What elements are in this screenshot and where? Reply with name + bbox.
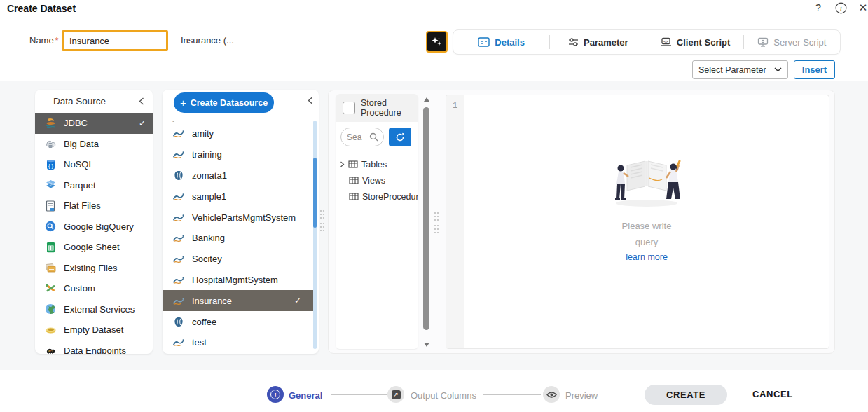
create-button[interactable]: CREATE bbox=[645, 385, 727, 405]
tree-item-tables[interactable]: Tables bbox=[340, 156, 418, 172]
learn-more-link[interactable]: learn more bbox=[626, 252, 668, 262]
name-field-label: Name* bbox=[29, 35, 58, 46]
datasource-item-amity[interactable]: amity bbox=[163, 123, 314, 144]
stored-procedure-checkbox[interactable] bbox=[343, 102, 355, 114]
scroll-down-icon[interactable] bbox=[424, 343, 429, 347]
editor-empty-state: Please write query learn more bbox=[464, 150, 829, 262]
insert-button[interactable]: Insert bbox=[794, 60, 835, 79]
panel-resize-handle[interactable] bbox=[319, 209, 326, 233]
tab-server-script-label: Server Script bbox=[773, 37, 826, 48]
mysql-icon bbox=[172, 149, 184, 160]
tab-parameter[interactable]: Parameter bbox=[550, 30, 646, 54]
chevron-down-icon bbox=[774, 67, 782, 72]
close-icon[interactable]: ✕ bbox=[856, 1, 868, 14]
step-preview-circle[interactable] bbox=[543, 386, 560, 403]
sidebar-item-external-services[interactable]: External Services bbox=[35, 299, 153, 320]
datasource-item-banking[interactable]: Banking bbox=[163, 228, 314, 249]
export-arrow-icon: ↗ bbox=[392, 390, 401, 399]
sidebar-item-label: Empty Dataset bbox=[64, 324, 123, 335]
sidebar-item-google-sheet[interactable]: Google Sheet bbox=[35, 237, 153, 258]
datasource-item-training[interactable]: training bbox=[163, 144, 314, 165]
tree-scrollbar[interactable] bbox=[422, 96, 431, 348]
step-preview-label: Preview bbox=[565, 390, 598, 401]
datasource-item-socitey[interactable]: Socitey bbox=[163, 249, 314, 270]
info-icon[interactable]: i bbox=[834, 2, 848, 16]
chevron-left-icon[interactable] bbox=[139, 97, 144, 105]
dataset-name-input[interactable] bbox=[62, 30, 168, 51]
tree-item-label: Views bbox=[362, 176, 385, 186]
tree-item-label: StoreProcedure bbox=[362, 192, 418, 202]
search-input[interactable]: Sea bbox=[340, 128, 384, 146]
panel-resize-handle[interactable] bbox=[434, 211, 441, 235]
sidebar-item-empty-dataset[interactable]: Empty Dataset bbox=[35, 320, 153, 341]
stored-procedure-header: Stored Procedure bbox=[336, 94, 418, 122]
step-general-circle[interactable]: ! bbox=[267, 386, 284, 403]
svg-text:i: i bbox=[840, 4, 842, 12]
query-editor[interactable]: 1 bbox=[446, 95, 829, 349]
custom-tools-icon bbox=[44, 282, 57, 295]
selected-check-icon: ✓ bbox=[139, 118, 146, 128]
help-icon[interactable]: ? bbox=[811, 1, 825, 13]
tab-parameter-label: Parameter bbox=[584, 37, 628, 48]
page-title: Create Dataset bbox=[7, 3, 76, 14]
tree-scrollbar-thumb[interactable] bbox=[423, 107, 429, 330]
tab-server-script[interactable]: Server Script bbox=[744, 30, 840, 54]
plus-icon: + bbox=[180, 97, 186, 109]
sidebar-item-label: Data Endpoints bbox=[64, 345, 126, 354]
sliders-icon bbox=[568, 37, 579, 47]
step-output-columns-circle[interactable]: ↗ bbox=[387, 386, 404, 403]
select-parameter-value: Select Parameter bbox=[698, 65, 766, 75]
tab-details-label: Details bbox=[495, 37, 525, 48]
datasource-item-label: amity bbox=[192, 128, 214, 139]
select-parameter-dropdown[interactable]: Select Parameter bbox=[692, 60, 788, 79]
globe-icon bbox=[44, 303, 57, 315]
sidebar-item-jdbc[interactable]: JDBC ✓ bbox=[35, 113, 153, 134]
tree-item-views[interactable]: Views bbox=[340, 172, 418, 188]
sidebar-item-custom[interactable]: Custom bbox=[35, 278, 153, 299]
tree-item-storeprocedure[interactable]: StoreProcedure bbox=[340, 188, 418, 205]
datasource-scrollbar-track[interactable] bbox=[313, 121, 317, 349]
scroll-up-icon[interactable] bbox=[424, 97, 429, 102]
stored-procedure-label: Stored Procedure bbox=[361, 98, 401, 118]
cancel-button[interactable]: CANCEL bbox=[752, 389, 793, 399]
chevron-left-icon[interactable] bbox=[308, 97, 313, 104]
sidebar-item-flat-files[interactable]: Flat Files bbox=[35, 195, 153, 217]
tree-item-label: Tables bbox=[361, 160, 387, 170]
two-people-reading-book-illustration bbox=[603, 150, 690, 212]
sidebar-item-data-endpoints[interactable]: API Data Endpoints bbox=[35, 341, 153, 355]
datasource-item-label: sample1 bbox=[192, 191, 226, 202]
sidebar-item-nosql[interactable]: { } NoSQL bbox=[35, 154, 153, 175]
datasource-item-hospitalmgmtsystem[interactable]: HospitalMgmtSystem bbox=[163, 270, 314, 291]
datasource-list: - amity training zomata1 sample1 Vehicle… bbox=[163, 118, 314, 353]
datasource-item-zomata1[interactable]: zomata1 bbox=[163, 165, 314, 186]
sidebar-item-big-data[interactable]: Big Data bbox=[35, 134, 153, 155]
ai-assist-button[interactable] bbox=[426, 31, 448, 53]
exclamation-circle-icon: ! bbox=[270, 390, 280, 399]
datasource-item-coffee[interactable]: coffee bbox=[163, 311, 314, 332]
line-number: 1 bbox=[446, 101, 464, 111]
sidebar-item-label: Parquet bbox=[64, 180, 96, 191]
tab-details[interactable]: Details bbox=[453, 30, 549, 54]
tab-client-script[interactable]: <> Client Script bbox=[647, 30, 743, 54]
datasource-scrollbar-thumb[interactable] bbox=[313, 158, 317, 228]
create-datasource-button[interactable]: + Create Datasource bbox=[174, 92, 274, 113]
postgres-icon bbox=[172, 317, 184, 327]
stored-procedure-panel: Stored Procedure Sea Tables Views bbox=[336, 94, 418, 349]
dataset-name-preview: Insurance (... bbox=[181, 35, 234, 46]
sidebar-item-label: Big Data bbox=[64, 139, 99, 149]
sidebar-item-label: Existing Files bbox=[64, 263, 118, 273]
datasource-item-label: Insurance bbox=[192, 296, 232, 306]
parquet-icon bbox=[44, 179, 57, 191]
sidebar-item-existing-files[interactable]: Existing Files bbox=[35, 258, 153, 279]
refresh-button[interactable] bbox=[389, 128, 411, 146]
sidebar-item-google-bigquery[interactable]: Google BigQuery bbox=[35, 217, 153, 238]
datasource-item-insurance[interactable]: Insurance ✓ bbox=[163, 290, 314, 311]
sidebar-item-parquet[interactable]: Parquet bbox=[35, 175, 153, 196]
datasource-item-vehiclepartsmgmtsystem[interactable]: VehiclePartsMgmtSystem bbox=[163, 207, 314, 228]
datasource-item-sample1[interactable]: sample1 bbox=[163, 186, 314, 207]
table-icon bbox=[349, 193, 359, 200]
jdbc-icon bbox=[44, 117, 57, 130]
step-general-label: General bbox=[289, 390, 322, 401]
mysql-icon bbox=[172, 212, 184, 223]
datasource-item-test[interactable]: test bbox=[163, 332, 314, 353]
